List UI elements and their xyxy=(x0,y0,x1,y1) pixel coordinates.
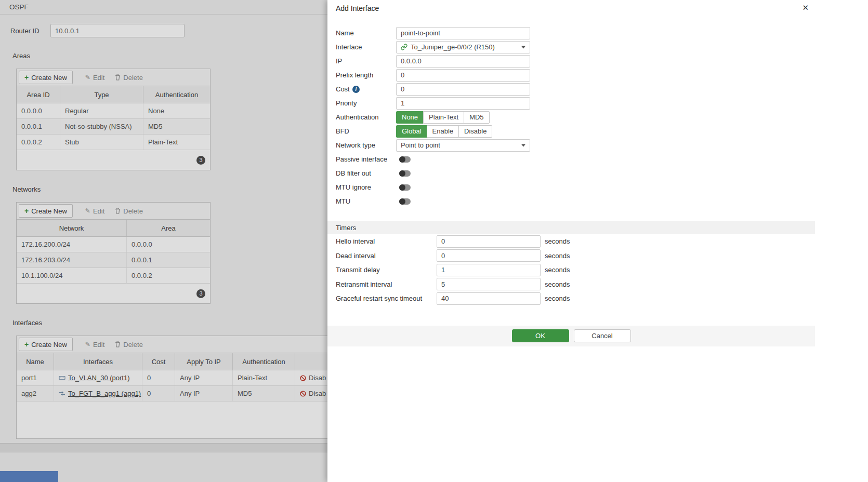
close-icon[interactable]: ✕ xyxy=(802,4,809,11)
seconds-unit: seconds xyxy=(545,252,570,260)
mtu-ignore-label: MTU ignore xyxy=(336,183,396,191)
modal-header: Add Interface xyxy=(327,0,815,17)
seconds-unit: seconds xyxy=(545,266,570,274)
authentication-label: Authentication xyxy=(336,113,396,121)
network-type-select[interactable]: Point to point xyxy=(396,139,530,152)
transmit-delay-label: Transmit delay xyxy=(336,266,437,274)
modal-title: Add Interface xyxy=(336,4,379,12)
passive-interface-toggle[interactable] xyxy=(399,156,411,163)
toggle-knob xyxy=(399,184,405,191)
db-filter-out-toggle[interactable] xyxy=(399,170,411,177)
authentication-segmented-control: None Plain-Text MD5 xyxy=(396,111,490,124)
interface-label: Interface xyxy=(336,43,396,51)
toggle-knob xyxy=(399,198,405,205)
graceful-restart-sync-timeout-row: Graceful restart sync timeout seconds xyxy=(327,291,815,306)
modal-footer: OK Cancel xyxy=(327,326,815,346)
dead-interval-input[interactable] xyxy=(437,249,541,262)
transmit-delay-row: Transmit delay seconds xyxy=(327,263,815,277)
priority-row: Priority xyxy=(327,96,815,110)
bfd-enable-button[interactable]: Enable xyxy=(427,125,459,138)
priority-label: Priority xyxy=(336,99,396,107)
name-row: Name xyxy=(327,26,815,40)
ip-row: IP xyxy=(327,54,815,68)
interface-select-value: To_Juniper_ge-0/0/2 (R150) xyxy=(411,43,495,51)
interface-select[interactable]: To_Juniper_ge-0/0/2 (R150) xyxy=(396,41,530,53)
bfd-segmented-control: Global Enable Disable xyxy=(396,125,492,138)
mtu-toggle[interactable] xyxy=(399,198,411,205)
retransmit-interval-label: Retransmit interval xyxy=(336,280,437,288)
network-type-row: Network type Point to point xyxy=(327,138,815,152)
interface-row: Interface To_Juniper_ge-0/0/2 (R150) xyxy=(327,40,815,54)
toggle-knob xyxy=(399,170,405,177)
hello-interval-row: Hello interval seconds xyxy=(327,234,815,249)
toggle-knob xyxy=(399,156,405,163)
cost-row: Cost i xyxy=(327,82,815,96)
transmit-delay-input[interactable] xyxy=(437,264,541,276)
passive-interface-row: Passive interface xyxy=(327,152,815,166)
retransmit-interval-input[interactable] xyxy=(437,278,541,290)
chevron-down-icon xyxy=(521,144,525,146)
graceful-restart-sync-timeout-input[interactable] xyxy=(437,292,541,305)
network-type-label: Network type xyxy=(336,141,396,149)
priority-input[interactable] xyxy=(396,97,530,110)
graceful-restart-sync-timeout-label: Graceful restart sync timeout xyxy=(336,294,437,302)
cancel-button[interactable]: Cancel xyxy=(574,329,631,342)
ip-label: IP xyxy=(336,57,396,65)
prefix-length-label: Prefix length xyxy=(336,71,396,79)
bfd-row: BFD Global Enable Disable xyxy=(327,124,815,138)
mtu-row: MTU xyxy=(327,194,815,208)
bfd-global-button[interactable]: Global xyxy=(396,125,427,138)
ip-input[interactable] xyxy=(396,55,530,68)
ok-button[interactable]: OK xyxy=(512,329,569,342)
cost-label: Cost xyxy=(336,85,350,93)
seconds-unit: seconds xyxy=(545,237,570,245)
dead-interval-row: Dead interval seconds xyxy=(327,249,815,263)
hello-interval-input[interactable] xyxy=(437,235,541,248)
prefix-length-input[interactable] xyxy=(396,69,530,82)
name-input[interactable] xyxy=(396,27,530,39)
chevron-down-icon xyxy=(521,46,525,48)
timers-label: Timers xyxy=(336,224,356,232)
mtu-ignore-row: MTU ignore xyxy=(327,180,815,194)
hello-interval-label: Hello interval xyxy=(336,237,437,245)
bfd-label: BFD xyxy=(336,127,396,135)
timers-section-header: Timers xyxy=(327,221,815,234)
auth-none-button[interactable]: None xyxy=(396,111,424,124)
auth-md5-button[interactable]: MD5 xyxy=(464,111,489,124)
db-filter-out-row: DB filter out xyxy=(327,166,815,180)
authentication-row: Authentication None Plain-Text MD5 xyxy=(327,110,815,124)
db-filter-out-label: DB filter out xyxy=(336,169,396,177)
seconds-unit: seconds xyxy=(545,280,570,288)
prefix-length-row: Prefix length xyxy=(327,68,815,82)
info-icon[interactable]: i xyxy=(352,86,360,93)
retransmit-interval-row: Retransmit interval seconds xyxy=(327,277,815,292)
link-icon xyxy=(401,44,407,50)
passive-interface-label: Passive interface xyxy=(336,155,396,163)
mtu-ignore-toggle[interactable] xyxy=(399,184,411,191)
seconds-unit: seconds xyxy=(545,294,570,302)
cost-input[interactable] xyxy=(396,83,530,96)
add-interface-modal: Add Interface ✕ Name Interface To_Junipe… xyxy=(327,0,868,482)
auth-plaintext-button[interactable]: Plain-Text xyxy=(423,111,464,124)
mtu-label: MTU xyxy=(336,197,396,205)
bfd-disable-button[interactable]: Disable xyxy=(458,125,492,138)
dead-interval-label: Dead interval xyxy=(336,252,437,260)
modal-form: Name Interface To_Juniper_ge-0/0/2 (R150… xyxy=(327,26,815,346)
name-label: Name xyxy=(336,29,396,37)
network-type-select-value: Point to point xyxy=(401,141,440,149)
